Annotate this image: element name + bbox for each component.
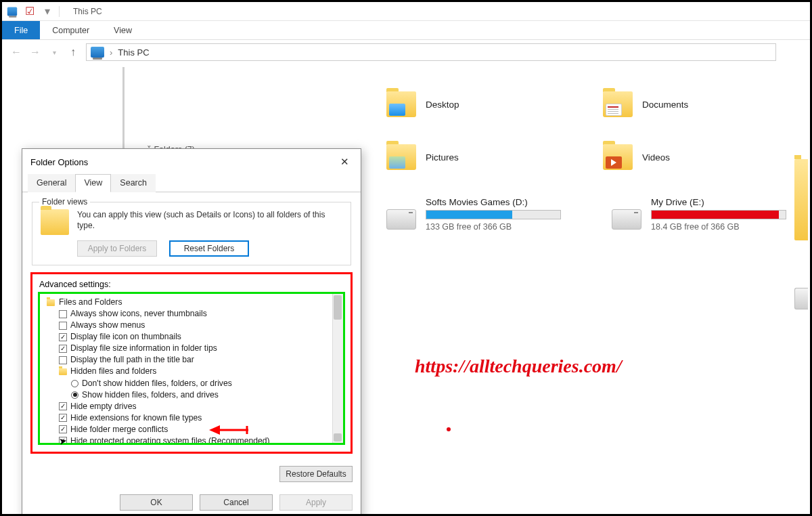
nav-recent-icon[interactable]: ▾ xyxy=(48,49,60,56)
drive-d[interactable]: Softs Movies Games (D:) 133 GB free of 3… xyxy=(386,197,571,232)
watermark-text: https://alltechqueries.com/ xyxy=(415,356,622,377)
apply-button: Apply xyxy=(279,494,353,511)
drive-free-text: 133 GB free of 366 GB xyxy=(426,222,561,232)
folder-label: Videos xyxy=(642,152,670,163)
opt-dont-show-hidden[interactable]: Don't show hidden files, folders, or dri… xyxy=(71,378,331,389)
folder-label: Documents xyxy=(642,100,688,110)
dialog-titlebar[interactable]: Folder Options ✕ xyxy=(22,149,361,173)
window-title: This PC xyxy=(73,7,102,16)
ribbon-tab-view[interactable]: View xyxy=(102,21,144,39)
drive-icon xyxy=(386,209,416,230)
drive-usage-bar xyxy=(651,210,786,219)
separator xyxy=(59,6,60,17)
close-button[interactable]: ✕ xyxy=(335,154,354,169)
opt-display-full-path[interactable]: Display the full path in the title bar xyxy=(59,354,331,366)
reset-folders-button[interactable]: Reset Folders xyxy=(169,240,249,257)
drive-icon xyxy=(794,288,808,309)
ribbon-tab-computer[interactable]: Computer xyxy=(40,21,102,39)
folder-videos[interactable]: Videos xyxy=(603,144,752,170)
svg-marker-1 xyxy=(209,425,220,435)
cancel-button[interactable]: Cancel xyxy=(200,494,273,511)
opt-always-show-icons[interactable]: Always show icons, never thumbnails xyxy=(59,308,331,320)
opt-hide-extensions[interactable]: Hide extensions for known file types xyxy=(59,412,331,424)
chevron-right-icon: › xyxy=(110,47,112,58)
drive-icon xyxy=(612,209,641,230)
quick-access-toolbar: ☑ ▾ xyxy=(6,5,60,18)
address-crumb[interactable]: This PC xyxy=(118,47,149,58)
window-titlebar: ☑ ▾ This PC xyxy=(2,2,810,21)
folder-icon xyxy=(386,144,416,170)
opt-display-file-icon[interactable]: Display file icon on thumbnails xyxy=(59,331,331,343)
folder-views-text: You can apply this view (such as Details… xyxy=(77,209,342,231)
address-bar[interactable]: › This PC xyxy=(86,43,776,61)
advanced-settings-label: Advanced settings: xyxy=(39,280,345,289)
dialog-tabstrip: General View Search xyxy=(22,173,361,192)
folder-icon xyxy=(59,368,67,375)
scrollbar[interactable] xyxy=(332,294,343,443)
tree-group-hidden: Hidden files and folders xyxy=(59,366,331,377)
folder-icon xyxy=(47,299,55,306)
navigation-bar: ← → ▾ ↑ › This PC xyxy=(2,40,810,64)
dialog-title: Folder Options xyxy=(30,157,88,167)
tab-view[interactable]: View xyxy=(75,174,111,192)
ribbon: File Computer View xyxy=(2,21,810,40)
folder-icon xyxy=(386,91,416,117)
drive-e[interactable]: My Drive (E:) 18.4 GB free of 366 GB xyxy=(612,197,796,232)
annotation-arrow xyxy=(209,423,250,439)
ribbon-tab-file[interactable]: File xyxy=(2,21,40,39)
opt-hide-empty-drives[interactable]: Hide empty drives xyxy=(59,401,331,412)
drive-label: Softs Movies Games (D:) xyxy=(426,197,561,207)
nav-back-icon[interactable]: ← xyxy=(10,46,22,58)
nav-forward-icon[interactable]: → xyxy=(29,46,41,58)
folder-label: Pictures xyxy=(426,152,459,163)
tab-search[interactable]: Search xyxy=(111,174,156,192)
drive-label: My Drive (E:) xyxy=(651,197,786,207)
dialog-footer: Restore Defaults OK Cancel Apply xyxy=(22,460,361,516)
annotation-red-box: Advanced settings: Files and Folders Alw… xyxy=(30,272,353,454)
opt-display-file-size[interactable]: Display file size information in folder … xyxy=(59,343,331,354)
folder-icon xyxy=(603,91,633,117)
ok-button[interactable]: OK xyxy=(120,494,193,511)
drive-free-text: 18.4 GB free of 366 GB xyxy=(651,222,786,232)
annotation-dot xyxy=(447,427,451,431)
apply-to-folders-button: Apply to Folders xyxy=(77,240,157,257)
tab-general[interactable]: General xyxy=(28,174,75,192)
folder-pictures[interactable]: Pictures xyxy=(386,144,535,170)
tree-group-files-folders: Files and Folders xyxy=(47,297,331,308)
folder-icon xyxy=(603,144,633,170)
scroll-thumb[interactable] xyxy=(334,295,342,320)
opt-show-hidden[interactable]: Show hidden files, folders, and drives xyxy=(71,389,331,401)
advanced-settings-list[interactable]: Files and Folders Always show icons, nev… xyxy=(38,292,345,445)
opt-always-show-menus[interactable]: Always show menus xyxy=(59,320,331,331)
folder-desktop[interactable]: Desktop xyxy=(386,91,535,117)
folder-label: Desktop xyxy=(426,100,459,110)
nav-up-icon[interactable]: ↑ xyxy=(67,46,79,58)
opt-hide-protected-os[interactable]: Hide protected operating system files (R… xyxy=(59,435,331,445)
opt-hide-merge-conflicts[interactable]: Hide folder merge conflicts xyxy=(59,424,331,435)
cursor-icon: ➤ xyxy=(58,435,68,447)
folder-icon xyxy=(794,159,808,240)
pc-icon xyxy=(91,47,104,58)
drive-usage-bar xyxy=(426,210,561,219)
folder-documents[interactable]: Documents xyxy=(603,91,752,117)
properties-icon[interactable]: ☑ xyxy=(24,5,36,18)
group-legend: Folder views xyxy=(39,197,90,207)
qat-dropdown-icon[interactable]: ▾ xyxy=(41,5,53,18)
folder-options-dialog: Folder Options ✕ General View Search Fol… xyxy=(22,148,361,516)
scroll-down-icon[interactable] xyxy=(334,433,342,442)
folders-row-1: Desktop Documents xyxy=(151,91,796,117)
folder-icon xyxy=(41,209,69,235)
restore-defaults-button[interactable]: Restore Defaults xyxy=(279,466,353,482)
pc-icon xyxy=(6,5,18,18)
folder-views-group: Folder views You can apply this view (su… xyxy=(32,202,351,265)
